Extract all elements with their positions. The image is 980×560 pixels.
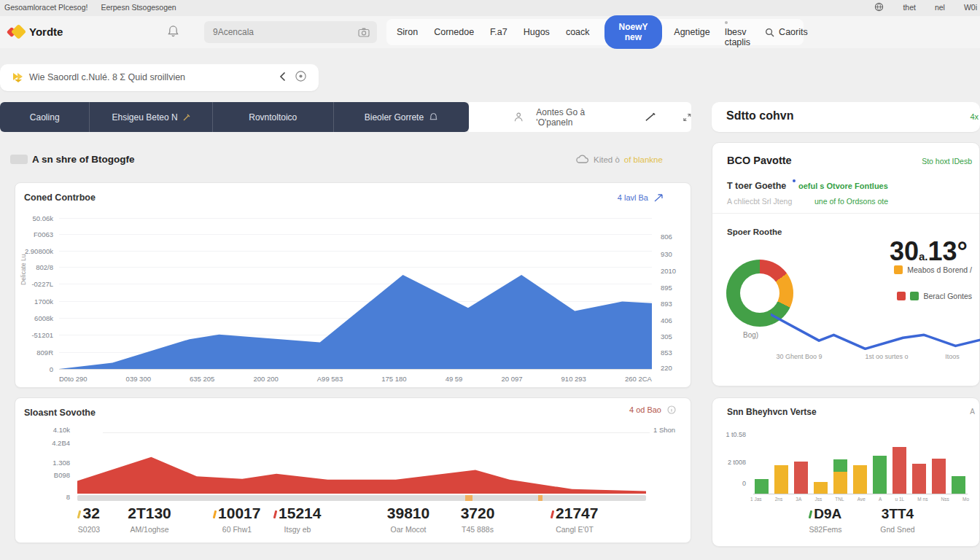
bar <box>774 465 788 494</box>
bar <box>794 462 808 494</box>
gridline <box>59 369 652 370</box>
toolbar: Aontes Go à 'O'paneln <box>469 102 691 132</box>
tab-tool-icon <box>183 114 190 121</box>
notification-bell-icon[interactable] <box>168 25 179 37</box>
x-tick: Ave <box>858 497 866 502</box>
range-selector[interactable] <box>77 495 646 501</box>
target-icon[interactable] <box>295 70 307 82</box>
nav-item-reports[interactable]: Agnetige <box>674 27 709 37</box>
y-tick: 1700k <box>34 298 53 306</box>
tab-behavior[interactable]: Bieoler Gorrete <box>334 102 469 132</box>
meta-link[interactable]: Gesoamloracet Plcesog! <box>4 3 88 12</box>
search-box[interactable] <box>204 21 377 43</box>
header-nav-item[interactable]: F.a7 <box>490 27 508 37</box>
trend-marker <box>550 510 553 518</box>
bar <box>912 464 926 494</box>
person-icon[interactable] <box>514 112 523 122</box>
tab-audience[interactable]: Rovntoltoico <box>213 102 334 132</box>
y-tick: 809R <box>36 349 53 357</box>
meta-link[interactable]: W0i <box>964 3 977 12</box>
summary-stat: 1001760 Fhw1 <box>203 505 271 534</box>
x-tick: M ns <box>917 497 928 502</box>
seo-card: BCO Pavotte Sto hoxt IDesb T toer Goethe… <box>712 142 980 386</box>
info-icon <box>667 405 676 414</box>
search-input[interactable] <box>211 26 358 38</box>
header-nav-item[interactable]: Cornedoe <box>434 27 474 37</box>
header-nav: SironCornedoeF.a7Hugoscoack NoewY new Ag… <box>386 19 804 45</box>
counter-bar[interactable]: Wie Saoordl c.Nulé. 8 Σ Quid sroillvien <box>0 64 319 91</box>
x-tick: 910 293 <box>561 375 586 383</box>
sessions-area-chart <box>77 429 646 494</box>
meta-link[interactable]: Eerpesn Stsogesogen <box>101 3 176 12</box>
x-tick: 175 180 <box>381 375 406 383</box>
stat-label: AM/1oghse <box>116 525 183 534</box>
x-axis: D0to 290039 300635 205200 200A99 583175 … <box>59 375 652 383</box>
logo-text[interactable]: Yordte <box>29 26 63 38</box>
y-tick: 0 <box>50 365 53 373</box>
y-tick: 893 <box>661 300 672 308</box>
seo-card-link[interactable]: Sto hoxt IDesb <box>922 157 972 166</box>
y-axis-label: Delicate Lu <box>20 254 27 285</box>
header-nav-item[interactable]: Siron <box>397 27 418 37</box>
search-link[interactable]: Caorits <box>765 27 808 37</box>
globe-icon[interactable] <box>874 2 884 12</box>
bar <box>755 479 769 494</box>
meta-link[interactable]: thet <box>903 3 916 12</box>
traffic-chart-action[interactable]: 4 lavl Ba <box>618 193 663 202</box>
selector-tick[interactable] <box>538 495 542 501</box>
x-tick: 49 59 <box>446 375 463 383</box>
seo-card-title: BCO Pavotte <box>727 155 792 166</box>
y-tick: F0063 <box>34 230 53 238</box>
stat-value-text: 39810 <box>387 505 429 521</box>
tab-overview[interactable]: Caoling <box>0 102 90 132</box>
meta-link[interactable]: nel <box>935 3 945 12</box>
trend-marker <box>212 510 216 518</box>
yandex-logo[interactable] <box>7 23 25 41</box>
legend-swatch <box>894 265 903 274</box>
summary-stat: 32S0203 <box>55 505 122 534</box>
traffic-chart-card: Coned Contrboe 4 lavl Ba 50.06kF00632.90… <box>15 182 691 388</box>
pencil-icon[interactable] <box>645 112 656 122</box>
y-tick: 50.06k <box>32 214 53 222</box>
y-tick: 802/8 <box>36 263 53 271</box>
tab-bell-icon <box>429 112 438 122</box>
trend-marker <box>273 510 276 518</box>
stat-value-text: 32 <box>83 505 100 521</box>
legend-swatch <box>910 292 919 300</box>
stat-label: T45 888s <box>444 525 511 534</box>
x-axis: 1 Jas2ns3AJssTNLAveAu 1LM nsNssMo <box>750 497 969 502</box>
x-tick: 1st oo surtes o <box>865 353 908 360</box>
traffic-area-chart <box>59 212 652 369</box>
nav-item-secondary[interactable]: Ibesv ctaplis <box>725 17 750 47</box>
trend-marker <box>77 510 81 518</box>
y-tick: 853 <box>661 349 672 357</box>
tab-sources[interactable]: Ehsigeu Beteo N <box>90 102 212 132</box>
x-tick: 30 Ghent Boo 9 <box>776 353 822 360</box>
x-tick: 20 097 <box>501 375 522 383</box>
divider <box>712 213 979 214</box>
summary-stat: 3720T45 888s <box>444 505 511 534</box>
y-tick: 406 <box>661 316 672 324</box>
stat-value-text: 15214 <box>279 505 321 521</box>
header-nav-item[interactable]: Hugos <box>524 27 550 37</box>
seo-subtext-link[interactable]: une of fo Ordsons ote <box>814 197 888 206</box>
y-tick: 1.308 <box>52 459 70 467</box>
stat-label: Cangl E'0T <box>541 525 608 534</box>
selector-tick[interactable] <box>465 495 472 501</box>
primary-action-button[interactable]: NoewY new <box>604 15 663 49</box>
donut-label: Bog) <box>743 331 758 339</box>
blue-dot-icon <box>793 179 796 182</box>
right-panel-action[interactable]: 4x <box>970 112 979 121</box>
expand-icon[interactable] <box>683 113 691 122</box>
line-series <box>771 314 980 349</box>
bar <box>814 482 828 494</box>
sessions-chart-action[interactable]: 4 od Bao <box>629 405 676 414</box>
legend-label: Beracl Gontes <box>923 292 972 300</box>
chevron-left-icon[interactable] <box>279 71 286 82</box>
y-axis-right-tick: 1 Shon <box>653 426 675 434</box>
section-status[interactable]: Kited ò of blankne <box>576 155 663 164</box>
header-nav-item[interactable]: coack <box>566 27 590 37</box>
search-camera-icon[interactable] <box>358 28 370 37</box>
seo-row-link[interactable]: oeful s Otvore Fontlues <box>798 182 888 190</box>
seo-row-title: T toer Goethe <box>727 181 786 191</box>
